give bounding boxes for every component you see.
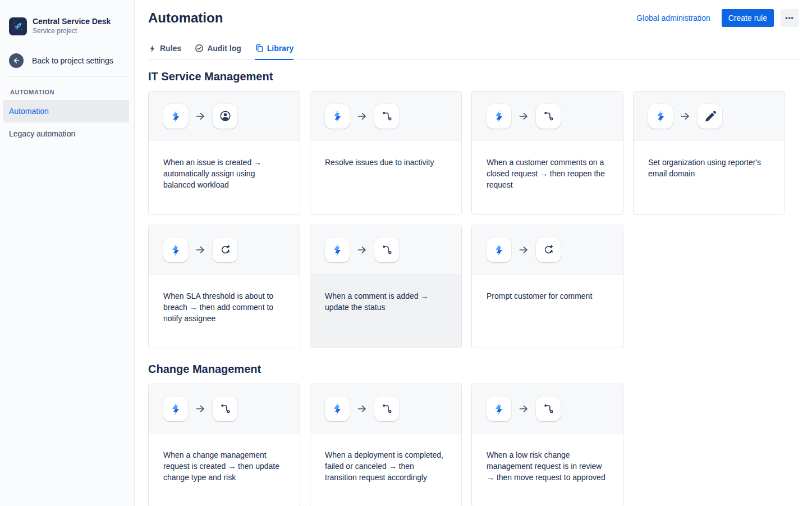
rule-card-iconbar [149,384,300,434]
rule-card-iconbar [472,92,623,141]
arrow-right-icon [518,244,529,256]
arrow-right-icon [356,403,368,414]
comment-add-icon [542,243,555,256]
ellipsis-icon: ••• [785,14,794,22]
project-type: Service project [33,27,111,35]
branch-icon [219,402,232,415]
action-icon-tile [213,238,237,262]
back-arrow-icon [9,53,24,68]
rule-card-iconbar [472,225,623,275]
rule-card[interactable]: When a deployment is completed, failed o… [310,384,462,506]
action-icon-tile [536,104,561,129]
tab-rules[interactable]: Rules [148,44,181,60]
rule-card-text: When an issue is created → automatically… [149,141,300,190]
copy-icon [255,44,264,53]
arrow-right-icon [195,244,206,256]
automation-lightning-icon [163,396,188,421]
page-title: Automation [148,10,223,26]
project-name: Central Service Desk [33,17,111,26]
rule-card[interactable]: Set organization using reporter's email … [633,91,785,215]
pencil-icon [704,110,717,122]
rule-card-text: Prompt customer for comment [472,275,623,302]
automation-lightning-icon [487,238,511,262]
arrow-right-icon [518,403,529,414]
automation-lightning-icon [325,396,350,421]
more-actions-button[interactable]: ••• [781,9,799,27]
action-icon-tile [698,104,722,129]
rule-section: Change Management [148,363,799,506]
rule-card-text: When a comment is added → update the sta… [310,275,461,348]
back-label: Back to project settings [32,56,113,65]
card-grid: When an issue is created → automatically… [148,91,799,348]
rule-card[interactable]: When a comment is added → update the sta… [310,225,462,348]
sidebar-nav: Automation Legacy automation [0,100,134,145]
tab-library[interactable]: Library [255,44,293,60]
create-rule-button[interactable]: Create rule [722,9,774,27]
automation-lightning-icon [487,396,511,421]
rule-card-iconbar [149,92,300,141]
rule-card-text: When a change management request is crea… [149,434,300,483]
project-avatar [9,17,27,35]
section-title: Change Management [148,363,799,376]
sidebar: Central Service Desk Service project Bac… [0,0,135,506]
rule-card[interactable]: Prompt customer for comment [471,225,623,348]
automation-lightning-icon [163,104,188,129]
rule-section: IT Service Management [148,70,799,348]
rule-card-text: When a deployment is completed, failed o… [310,434,461,483]
rule-card-iconbar [310,384,461,434]
arrow-right-icon [518,111,529,122]
action-icon-tile [374,238,399,262]
action-icon-tile [536,396,561,421]
automation-lightning-icon [325,104,350,129]
arrow-right-icon [195,403,206,414]
action-icon-tile [536,238,561,262]
action-icon-tile [374,104,399,129]
automation-lightning-icon [325,238,350,262]
comment-add-icon [219,243,232,256]
project-header: Central Service Desk Service project [0,0,134,35]
library-sections: IT Service Management [148,70,799,506]
branch-icon [380,402,393,415]
card-grid: When a change management request is crea… [148,384,799,506]
rule-card-text: When a customer comments on a closed req… [472,141,623,190]
person-circle-icon [219,110,232,122]
rule-card[interactable]: When an issue is created → automatically… [148,91,300,215]
rule-card-text: When SLA threshold is about to breach → … [149,275,300,324]
tab-label: Rules [160,44,181,53]
rule-card[interactable]: When SLA threshold is about to breach → … [148,225,300,348]
tab-label: Audit log [207,44,241,53]
rule-card-text: Resolve issues due to inactivity [310,141,461,168]
sidebar-section-label: AUTOMATION [0,89,134,95]
arrow-right-icon [356,111,368,122]
branch-icon [380,110,393,122]
automation-lightning-icon [648,104,673,129]
rule-card-iconbar [310,225,461,275]
arrow-right-icon [356,244,368,256]
rule-card[interactable]: When a low risk change management reques… [471,384,623,506]
lightning-icon [148,44,157,53]
global-administration-link[interactable]: Global administration [636,13,710,22]
rule-card-iconbar [310,92,461,141]
branch-icon [542,110,555,122]
sidebar-item-automation[interactable]: Automation [3,100,129,122]
automation-lightning-icon [487,104,511,129]
branch-icon [542,402,555,415]
action-icon-tile [213,396,237,421]
main-header: Automation Global administration Create … [148,9,799,27]
tab-audit-log[interactable]: Audit log [195,44,241,60]
arrow-right-icon [680,111,691,122]
sidebar-item-legacy-automation[interactable]: Legacy automation [3,122,129,145]
rule-card[interactable]: When a change management request is crea… [148,384,300,506]
main-content: Automation Global administration Create … [135,0,812,506]
back-to-project-settings[interactable]: Back to project settings [0,53,134,68]
sidebar-divider [4,76,130,77]
sidebar-item-label: Automation [9,107,49,116]
project-text: Central Service Desk Service project [33,17,111,35]
rule-card[interactable]: Resolve issues due to inactivity [310,91,462,215]
rule-card[interactable]: When a customer comments on a closed req… [471,91,623,215]
check-circle-icon [195,44,204,53]
section-title: IT Service Management [148,70,799,83]
branch-icon [380,243,393,256]
sidebar-item-label: Legacy automation [9,129,75,138]
action-icon-tile [213,104,237,129]
